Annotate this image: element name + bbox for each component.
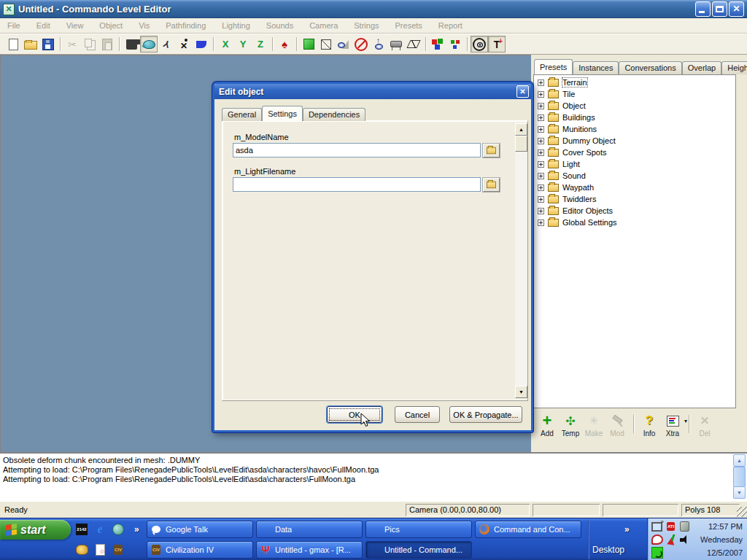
tree-item[interactable]: Sound <box>534 170 735 182</box>
tree-item[interactable]: Buildings <box>534 112 735 123</box>
taskbar-button[interactable]: Command and Con... <box>475 521 581 538</box>
open-folder-icon[interactable] <box>22 36 39 52</box>
z-plane-icon[interactable] <box>405 36 422 52</box>
quick-launch-overflow-chevron[interactable]: » <box>134 524 139 534</box>
show-above-icon[interactable] <box>370 36 387 52</box>
text-scale-icon[interactable] <box>488 36 506 52</box>
tree-item[interactable]: Dummy Object <box>534 135 735 147</box>
civilization-icon[interactable] <box>112 543 125 556</box>
colored-dots-icon[interactable] <box>446 36 464 52</box>
cut-icon[interactable] <box>63 36 81 52</box>
panel-tab[interactable]: Conversations <box>619 61 681 74</box>
scroll-up-button[interactable]: ▲ <box>515 123 527 136</box>
axis-x-icon[interactable] <box>217 36 234 52</box>
expand-icon[interactable] <box>538 173 544 179</box>
rotate-gizmo-icon[interactable] <box>158 36 175 52</box>
expand-icon[interactable] <box>538 219 544 226</box>
expand-icon[interactable] <box>538 79 544 86</box>
menu-item[interactable]: Object <box>99 21 123 30</box>
scroll-down-button[interactable]: ▼ <box>515 386 527 398</box>
desktop-toolbar-label[interactable]: Desktop <box>592 545 624 555</box>
menu-item[interactable]: Camera <box>309 21 338 30</box>
menu-item[interactable]: File <box>7 21 20 30</box>
cancel-button[interactable]: Cancel <box>395 406 440 423</box>
taskbar-button[interactable]: Google Talk <box>147 521 253 538</box>
axis-z-icon[interactable] <box>252 36 269 52</box>
menu-item[interactable]: Vis <box>139 21 150 30</box>
close-button[interactable] <box>729 1 744 17</box>
expand-icon[interactable] <box>538 161 544 168</box>
tree-item[interactable]: Waypath <box>534 182 735 193</box>
expand-icon[interactable] <box>538 126 544 133</box>
device-icon[interactable] <box>678 521 691 532</box>
internet-explorer-icon[interactable] <box>93 523 107 536</box>
expand-icon[interactable] <box>538 103 544 109</box>
survey-camera-icon[interactable] <box>387 36 405 52</box>
show-terrain-icon[interactable] <box>335 36 352 52</box>
expand-icon[interactable] <box>538 149 544 156</box>
tree-item[interactable]: Terrain <box>534 77 735 88</box>
flag-icon[interactable] <box>193 36 210 52</box>
start-button[interactable]: start <box>0 520 71 540</box>
taskbar-button[interactable]: Pics <box>365 521 472 538</box>
ok-propagate-button[interactable]: OK & Propagate... <box>449 406 522 423</box>
messenger-icon[interactable] <box>112 523 125 536</box>
panel-tab[interactable]: Overlap <box>682 61 722 74</box>
media-player-icon[interactable] <box>93 543 107 556</box>
visibility-toggle-icon[interactable] <box>471 36 488 52</box>
menu-item[interactable]: Strings <box>354 21 379 30</box>
expand-icon[interactable] <box>538 138 544 144</box>
dialog-tab[interactable]: Settings <box>262 106 303 121</box>
tree-item[interactable]: Global Settings <box>534 217 735 228</box>
solid-cube-icon[interactable] <box>300 36 317 52</box>
browse-model-button[interactable] <box>483 144 500 158</box>
menu-item[interactable]: Report <box>438 21 462 30</box>
copy-icon[interactable] <box>81 36 98 52</box>
expand-icon[interactable] <box>538 91 544 98</box>
temp-button[interactable]: Temp ▾ <box>559 412 582 444</box>
taskbar-button[interactable]: Civilization IV <box>147 541 253 559</box>
menu-item[interactable]: Edit <box>36 21 50 30</box>
delete-button[interactable]: Del ▾ <box>693 412 716 444</box>
tree-item[interactable]: Light <box>534 158 735 170</box>
render-object-icon[interactable] <box>140 36 158 52</box>
tree-item[interactable]: Tile <box>534 88 735 100</box>
menu-item[interactable]: Sounds <box>266 21 293 30</box>
vegetation-icon[interactable] <box>276 36 293 52</box>
make-button[interactable]: Make ▾ <box>582 412 605 444</box>
tree-item[interactable]: Cover Spots <box>534 147 735 158</box>
expand-icon[interactable] <box>538 184 544 191</box>
camera-view-icon[interactable] <box>123 36 140 52</box>
desktop-overflow-chevron[interactable]: » <box>624 524 630 534</box>
light-filename-input[interactable] <box>233 177 481 192</box>
panel-tab[interactable]: Instances <box>573 61 619 74</box>
tree-item[interactable]: Object <box>534 100 735 112</box>
taskbar-button[interactable]: Data <box>256 521 363 538</box>
menu-item[interactable]: Lighting <box>222 21 250 30</box>
menu-item[interactable]: View <box>66 21 84 30</box>
ati-tool-icon[interactable] <box>665 534 677 545</box>
info-button[interactable]: Info ▾ <box>638 412 661 444</box>
log-scrollbar[interactable]: ▲ ▼ <box>733 454 746 499</box>
expand-icon[interactable] <box>538 196 544 203</box>
panel-tab[interactable]: Presets <box>534 59 573 74</box>
dialog-tab[interactable]: General <box>222 108 262 121</box>
save-icon[interactable] <box>39 36 57 52</box>
display-settings-icon[interactable] <box>651 521 663 532</box>
walk-character-icon[interactable] <box>175 36 193 52</box>
panel-tab[interactable]: Heightfield <box>721 61 747 74</box>
tree-item[interactable]: Munitions <box>534 123 735 135</box>
new-document-icon[interactable] <box>4 36 22 52</box>
ok-button[interactable]: OK <box>327 406 382 423</box>
menu-item[interactable]: Pathfinding <box>166 21 206 30</box>
battlefield-2142-icon[interactable] <box>75 523 88 536</box>
paste-icon[interactable] <box>98 36 116 52</box>
dialog-tab[interactable]: Dependencies <box>303 108 365 121</box>
maximize-button[interactable] <box>712 1 727 17</box>
scrollbar-thumb[interactable] <box>515 136 527 152</box>
model-name-input[interactable] <box>233 143 481 158</box>
network-icon[interactable] <box>651 547 663 559</box>
volume-icon[interactable] <box>678 534 691 545</box>
expand-icon[interactable] <box>538 114 544 121</box>
add-button[interactable]: Add ▾ <box>535 412 559 444</box>
